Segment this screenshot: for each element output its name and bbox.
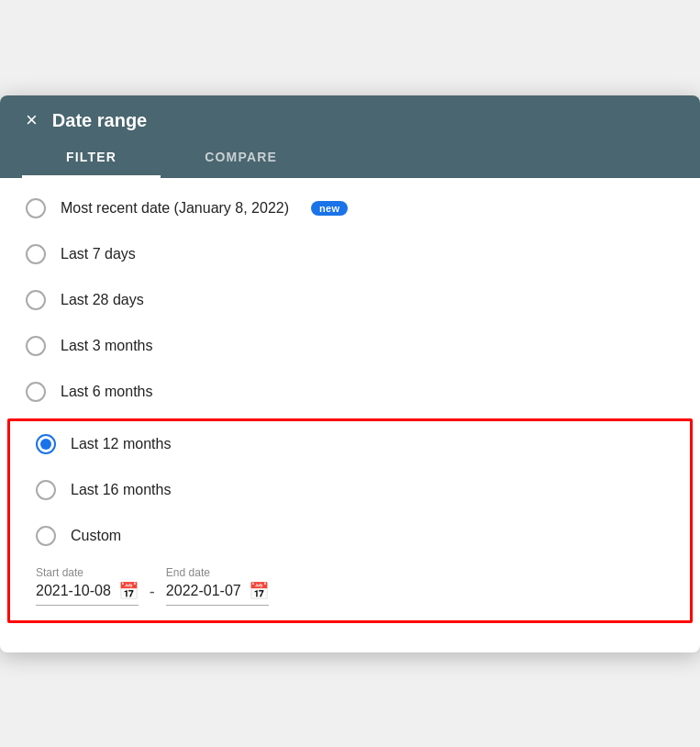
new-badge: new	[311, 201, 348, 216]
date-separator: -	[146, 583, 159, 602]
option-last-7-label: Last 7 days	[61, 246, 136, 262]
end-calendar-icon[interactable]: 📅	[249, 581, 269, 601]
start-date-value-row[interactable]: 2021-10-08 📅	[36, 581, 139, 606]
option-custom[interactable]: Custom	[10, 513, 690, 559]
start-date-field: Start date 2021-10-08 📅	[36, 566, 139, 606]
option-most-recent-label: Most recent date (January 8, 2022)	[61, 200, 289, 217]
tabs-row: FILTER COMPARE	[22, 139, 678, 178]
option-last-3-label: Last 3 months	[61, 338, 153, 354]
option-most-recent[interactable]: Most recent date (January 8, 2022) new	[0, 185, 700, 231]
option-last-16-label: Last 16 months	[71, 482, 171, 498]
close-button[interactable]: ×	[22, 110, 41, 130]
option-last-7[interactable]: Last 7 days	[0, 231, 700, 277]
option-last-6-label: Last 6 months	[61, 384, 153, 400]
dialog-title: Date range	[52, 110, 147, 131]
tab-filter[interactable]: FILTER	[22, 139, 161, 178]
option-last-12-label: Last 12 months	[71, 436, 171, 452]
radio-last-7[interactable]	[26, 244, 46, 264]
radio-last-6[interactable]	[26, 382, 46, 402]
radio-last-28[interactable]	[26, 290, 46, 310]
option-last-12[interactable]: Last 12 months	[10, 421, 690, 467]
option-last-28[interactable]: Last 28 days	[0, 277, 700, 323]
option-custom-label: Custom	[71, 528, 121, 544]
custom-date-row: Start date 2021-10-08 📅 - End date 2022-…	[10, 559, 690, 620]
radio-last-3[interactable]	[26, 336, 46, 356]
radio-custom[interactable]	[36, 526, 56, 546]
end-date-field: End date 2022-01-07 📅	[166, 566, 269, 606]
start-date-label: Start date	[36, 566, 139, 579]
dialog-body: Most recent date (January 8, 2022) new L…	[0, 178, 700, 652]
option-last-16[interactable]: Last 16 months	[10, 467, 690, 513]
radio-last-12[interactable]	[36, 434, 56, 454]
option-last-3[interactable]: Last 3 months	[0, 323, 700, 369]
date-range-dialog: × Date range FILTER COMPARE Most recent …	[0, 95, 700, 652]
radio-most-recent[interactable]	[26, 198, 46, 218]
highlighted-section: Last 12 months Last 16 months Custom Sta…	[7, 418, 693, 623]
radio-last-16[interactable]	[36, 480, 56, 500]
end-date-value-row[interactable]: 2022-01-07 📅	[166, 581, 269, 606]
tab-compare[interactable]: COMPARE	[161, 139, 321, 178]
start-calendar-icon[interactable]: 📅	[118, 581, 139, 601]
dialog-header: × Date range FILTER COMPARE	[0, 95, 700, 178]
end-date-label: End date	[166, 566, 269, 579]
start-date-value: 2021-10-08	[36, 583, 111, 599]
header-top: × Date range	[22, 110, 678, 131]
option-last-6[interactable]: Last 6 months	[0, 369, 700, 415]
option-last-28-label: Last 28 days	[61, 292, 144, 308]
end-date-value: 2022-01-07	[166, 583, 241, 599]
